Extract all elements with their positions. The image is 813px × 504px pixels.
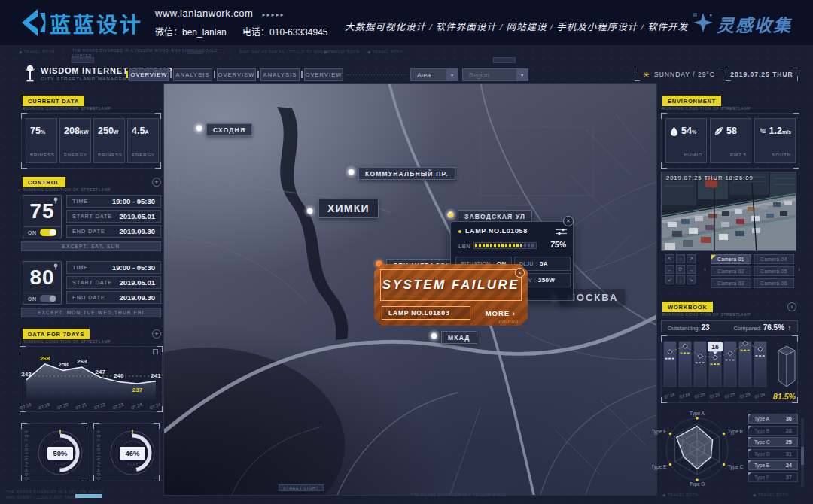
lamp-pin[interactable]	[345, 165, 358, 178]
workbook-more-button[interactable]: ›	[787, 302, 796, 311]
pan-right-button[interactable]: →	[687, 265, 696, 274]
failure-frame: SYSTEM FAILURE	[380, 269, 522, 301]
current-data-subtitle: RUNNING CONDITION OF STREETLAMP	[23, 106, 111, 111]
more-button[interactable]: MORE ›	[486, 309, 516, 317]
sun-icon: ☀	[643, 71, 650, 79]
filter-icon[interactable]	[556, 228, 567, 235]
pan-upright-button[interactable]: ↗	[687, 254, 696, 263]
pm25-card: 58 PM2.5	[710, 118, 751, 163]
site-header: 蓝蓝设计 www.lanlanwork.com ▸▸▸▸▸ 微信：ben_lan…	[0, 0, 813, 45]
map-label[interactable]: ХИМКИ	[318, 199, 379, 218]
decor-cyan-bar	[75, 494, 102, 498]
current-data-badge: CURRENT DATA	[23, 96, 84, 106]
camera-04-button[interactable]: Camera 04	[754, 254, 794, 264]
camera-02-button[interactable]: Camera 02	[711, 266, 751, 276]
expand-chart-button[interactable]: +	[152, 329, 161, 339]
env-value: 1.2	[769, 126, 782, 136]
wechat-label: 微信：ben_lanlan	[155, 27, 227, 38]
type-radar-chart: Type AType BType CType DType EType F	[652, 409, 745, 492]
svg-text:07.22: 07.22	[724, 392, 735, 399]
pan-downright-button[interactable]: ↘	[687, 275, 696, 284]
type-a-row[interactable]: Type A36	[748, 414, 798, 424]
week-data-subtitle: RUNNING CONDITION OF STREETLAMP	[23, 339, 111, 344]
website-url[interactable]: www.lanlanwork.com	[155, 8, 253, 19]
type-c-row[interactable]: Type C25	[748, 437, 798, 447]
schedule-toggle[interactable]	[40, 295, 56, 302]
pan-downleft-button[interactable]: ↙	[665, 275, 674, 284]
failure-lamp-id: LAMP NO.L01803	[382, 306, 470, 320]
start-date-row: START DATE 2019.05.01	[66, 276, 161, 289]
schedule-toggle[interactable]	[40, 229, 56, 236]
env-unit: %	[692, 129, 696, 135]
type-f-row[interactable]: Type F37	[748, 472, 798, 482]
svg-text:16: 16	[711, 343, 719, 351]
up-arrow-icon: ↑	[788, 324, 792, 332]
map-label[interactable]: СХОДНЯ	[206, 123, 252, 136]
svg-text:07.22: 07.22	[93, 402, 106, 410]
close-popup-button[interactable]	[563, 216, 574, 226]
camera-feed[interactable]	[661, 172, 796, 251]
lamp-pin[interactable]	[428, 329, 440, 342]
popup-title: LAMP NO.L01058	[465, 227, 528, 235]
type-label: Type F	[754, 475, 769, 480]
camera-03-button[interactable]: Camera 03	[711, 278, 751, 288]
camera-prev-button[interactable]: ‹	[702, 264, 708, 275]
region-select[interactable]: Region ▾	[462, 68, 528, 81]
map-label[interactable]: МКАД	[441, 331, 477, 344]
area-select[interactable]: Area ▾	[410, 68, 458, 81]
week-line-chart: 24326825826324724023724107.1807.1907.200…	[20, 348, 162, 411]
pan-down-button[interactable]: ↓	[676, 275, 685, 284]
svg-text:07.24: 07.24	[149, 402, 162, 410]
except-bar: EXCEPT: MON,TUE,WED,THUR,FRI	[21, 308, 161, 317]
svg-text:07.23: 07.23	[112, 402, 125, 410]
pan-upleft-button[interactable]: ↖	[665, 254, 674, 263]
tab-overview-2[interactable]: OVERVIEW	[217, 68, 256, 81]
screenshot-root: 蓝蓝设计 www.lanlanwork.com ▸▸▸▸▸ 微信：ben_lan…	[0, 0, 813, 504]
env-caption: SOUTH	[772, 152, 791, 157]
svg-text:258: 258	[58, 361, 69, 368]
camera-01-button[interactable]: Camera 01	[711, 254, 751, 264]
close-failure-button[interactable]	[515, 268, 525, 278]
environment-badge: ENVIRONMENT	[662, 96, 721, 106]
reset-view-button[interactable]: ⟳	[676, 265, 685, 274]
lamp-pin[interactable]	[193, 122, 206, 135]
stat-value: 4.5	[132, 126, 145, 136]
type-b-row[interactable]: Type B28	[748, 426, 798, 436]
row-label: END DATE	[72, 294, 105, 301]
tab-analysis-1[interactable]: ANALYSIS	[173, 68, 212, 81]
collection-label[interactable]: 灵感收集	[717, 11, 792, 37]
lamp-pin-warning[interactable]	[444, 208, 457, 221]
stat-card-energy: 208KW ENERGY	[59, 118, 91, 163]
chevron-down-icon[interactable]: ▾	[516, 69, 528, 80]
end-date-row: END DATE 2019.09.30	[66, 291, 161, 304]
add-schedule-button[interactable]: +	[152, 178, 161, 187]
phone-label: 电话：010-63334945	[242, 27, 327, 38]
fullscreen-icon[interactable]	[153, 349, 158, 354]
vertical-scrollbar[interactable]	[801, 418, 804, 487]
camera-05-button[interactable]: Camera 05	[754, 266, 794, 276]
chevron-down-icon[interactable]: ▾	[446, 69, 458, 80]
svg-text:Type A: Type A	[690, 411, 705, 417]
decor-block	[187, 50, 203, 54]
brightness-progress-bar[interactable]	[473, 242, 537, 249]
map-label[interactable]: КОММУНАЛЬНЫЙ ПР.	[358, 167, 455, 180]
pan-left-button[interactable]: ←	[665, 265, 674, 274]
time-row: TIME 19:00 - 05:30	[66, 261, 161, 274]
svg-text:07.24: 07.24	[754, 392, 766, 399]
website-link[interactable]: www.lanlanwork.com ▸▸▸▸▸	[155, 8, 285, 19]
type-e-row[interactable]: Type E24	[748, 460, 798, 470]
tab-overview-3[interactable]: OVERVIEW	[304, 68, 343, 81]
pan-up-button[interactable]: ↑	[676, 254, 685, 263]
type-d-row[interactable]: Type D31	[748, 449, 798, 459]
weather-widget: ☀ SUNNDAY / 29°C	[635, 68, 723, 81]
on-label: ON	[28, 296, 37, 302]
lamp-pin[interactable]	[303, 205, 316, 217]
svg-text:07.21: 07.21	[709, 392, 720, 399]
svg-text:247: 247	[96, 369, 106, 375]
tab-overview-1[interactable]: OVERVIEW	[129, 68, 169, 81]
svg-text:268: 268	[40, 355, 50, 362]
tab-analysis-2[interactable]: ANALYSIS	[260, 68, 300, 81]
week-data-badge: DATA FOR 7DAYS	[23, 329, 90, 339]
camera-next-button[interactable]: ›	[796, 264, 802, 275]
camera-06-button[interactable]: Camera 06	[754, 278, 794, 288]
